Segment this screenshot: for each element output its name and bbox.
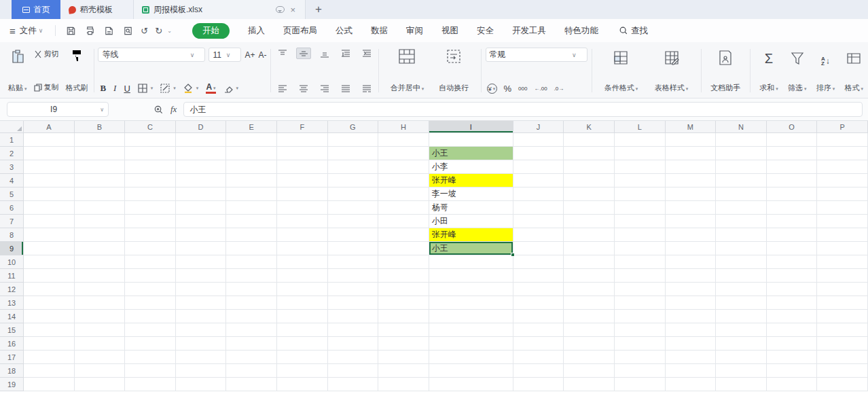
menu-item[interactable]: 开始 <box>192 23 230 39</box>
grid-cell-C13[interactable] <box>125 296 176 310</box>
grid-cell-M1[interactable] <box>666 133 717 147</box>
grid-cell-H15[interactable] <box>378 323 429 337</box>
grid-cell-F13[interactable] <box>277 296 328 310</box>
grid-cell-N19[interactable] <box>716 378 767 391</box>
grid-cell-M16[interactable] <box>666 337 717 351</box>
grid-cell-L16[interactable] <box>615 337 666 351</box>
grid-cell-F6[interactable] <box>277 201 328 215</box>
grid-cell-N8[interactable] <box>716 228 767 242</box>
grid-cell-P14[interactable] <box>817 310 868 323</box>
grid-cell-E3[interactable] <box>226 160 277 174</box>
insert-function-button[interactable]: fx <box>170 104 177 115</box>
grid-cell-D11[interactable] <box>176 269 227 283</box>
grid-cell-C8[interactable] <box>125 228 176 242</box>
column-header-A[interactable]: A <box>24 121 75 133</box>
grid-cell-F4[interactable] <box>277 174 328 187</box>
grid-cell-G9[interactable] <box>328 242 379 255</box>
column-header-M[interactable]: M <box>666 121 717 133</box>
grid-cell-O16[interactable] <box>767 337 818 351</box>
column-header-L[interactable]: L <box>615 121 666 133</box>
grid-cell-H16[interactable] <box>378 337 429 351</box>
grid-cell-E11[interactable] <box>226 269 277 283</box>
grid-cell-G3[interactable] <box>328 160 379 174</box>
name-box[interactable]: I9 ∨ <box>7 102 109 117</box>
grid-cell-M3[interactable] <box>666 160 717 174</box>
grid-cell-P17[interactable] <box>817 351 868 364</box>
grid-cell-P9[interactable] <box>817 242 868 255</box>
grid-cell-O6[interactable] <box>767 201 818 215</box>
grid-cell-F15[interactable] <box>277 323 328 337</box>
currency-style-button[interactable]: ¥ <box>487 84 497 94</box>
grid-cell-H8[interactable] <box>378 228 429 242</box>
grid-cell-P1[interactable] <box>817 133 868 147</box>
row-header-17[interactable]: 17 <box>0 351 24 364</box>
grid-cell-O8[interactable] <box>767 228 818 242</box>
undo-icon[interactable]: ↺ <box>141 26 148 36</box>
grid-cell-G12[interactable] <box>328 283 379 296</box>
grid-cell-I17[interactable] <box>429 351 513 364</box>
grid-cell-O10[interactable] <box>767 255 818 269</box>
grid-cell-B11[interactable] <box>75 269 126 283</box>
grid-cell-I16[interactable] <box>429 337 513 351</box>
grid-cell-H1[interactable] <box>378 133 429 147</box>
magnifier-icon[interactable] <box>153 105 164 115</box>
grid-cell-I7[interactable]: 小田 <box>429 215 513 228</box>
grid-cell-B19[interactable] <box>75 378 126 391</box>
grid-cell-O19[interactable] <box>767 378 818 391</box>
grid-cell-E16[interactable] <box>226 337 277 351</box>
grid-cell-K5[interactable] <box>564 187 615 201</box>
comment-bubble-icon[interactable] <box>276 6 285 13</box>
grid-cell-L4[interactable] <box>615 174 666 187</box>
increase-indent-button[interactable] <box>359 48 374 59</box>
grid-cell-O15[interactable] <box>767 323 818 337</box>
grid-cell-P8[interactable] <box>817 228 868 242</box>
row-header-13[interactable]: 13 <box>0 296 24 310</box>
grid-cell-P6[interactable] <box>817 201 868 215</box>
grid-cell-C16[interactable] <box>125 337 176 351</box>
grid-cell-L17[interactable] <box>615 351 666 364</box>
grid-cell-J19[interactable] <box>513 378 564 391</box>
grid-cell-D7[interactable] <box>176 215 227 228</box>
grid-cell-H10[interactable] <box>378 255 429 269</box>
grid-cell-C19[interactable] <box>125 378 176 391</box>
grid-cell-K13[interactable] <box>564 296 615 310</box>
new-tab-button[interactable]: + <box>306 0 331 19</box>
grid-cell-F2[interactable] <box>277 147 328 160</box>
fill-handle[interactable] <box>511 253 515 257</box>
copy-button[interactable]: 复制 <box>34 82 59 92</box>
grid-cell-K10[interactable] <box>564 255 615 269</box>
grid-cell-K12[interactable] <box>564 283 615 296</box>
grid-cell-D13[interactable] <box>176 296 227 310</box>
grid-cell-D16[interactable] <box>176 337 227 351</box>
find-button[interactable]: 查找 <box>619 25 648 37</box>
tab-document[interactable]: 周报模板.xlsx × <box>134 0 306 19</box>
grid-cell-J1[interactable] <box>513 133 564 147</box>
grid-cell-H19[interactable] <box>378 378 429 391</box>
grid-cell-B16[interactable] <box>75 337 126 351</box>
grid-cell-O14[interactable] <box>767 310 818 323</box>
grid-cell-F11[interactable] <box>277 269 328 283</box>
grid-cell-F7[interactable] <box>277 215 328 228</box>
draw-border-button[interactable] <box>160 84 176 93</box>
column-header-C[interactable]: C <box>125 121 176 133</box>
grid-cell-P13[interactable] <box>817 296 868 310</box>
grid-cell-D4[interactable] <box>176 174 227 187</box>
column-header-I[interactable]: I <box>429 121 513 133</box>
column-header-F[interactable]: F <box>277 121 328 133</box>
menu-item[interactable]: 特色功能 <box>564 25 598 37</box>
grid-cell-M14[interactable] <box>666 310 717 323</box>
grid-cell-G15[interactable] <box>328 323 379 337</box>
grid-cell-B10[interactable] <box>75 255 126 269</box>
grid-cell-B12[interactable] <box>75 283 126 296</box>
grid-cell-E13[interactable] <box>226 296 277 310</box>
grid-cell-A2[interactable] <box>24 147 75 160</box>
grid-cell-B18[interactable] <box>75 364 126 378</box>
grid-cell-L14[interactable] <box>615 310 666 323</box>
format-painter-button[interactable]: 格式刷 <box>65 48 90 94</box>
grid-cell-N14[interactable] <box>716 310 767 323</box>
grid-cell-O4[interactable] <box>767 174 818 187</box>
grid-cell-A16[interactable] <box>24 337 75 351</box>
grid-cell-C18[interactable] <box>125 364 176 378</box>
column-header-H[interactable]: H <box>378 121 429 133</box>
grid-cell-A5[interactable] <box>24 187 75 201</box>
